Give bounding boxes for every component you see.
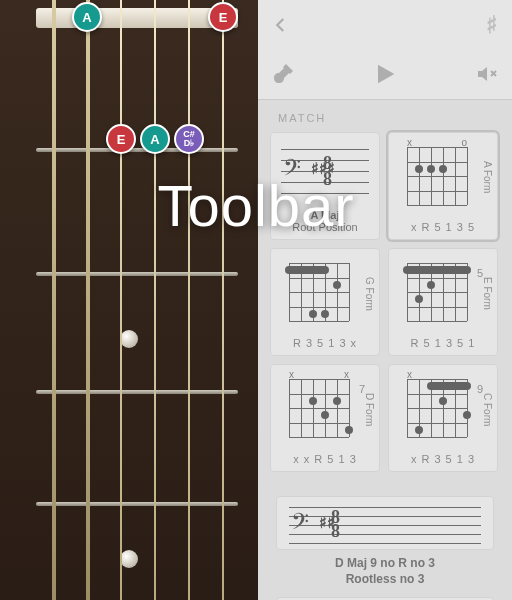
- staff-notation: 𝄢 ♯♯ 8 8: [289, 507, 481, 543]
- chord-card-g-form[interactable]: G FormR 3 5 1 3 x: [270, 248, 380, 356]
- svg-marker-1: [478, 67, 487, 81]
- form-chip: A Form: [482, 161, 493, 193]
- time-num: 8: [331, 521, 340, 542]
- bass-clef-icon: 𝄢: [283, 155, 301, 188]
- form-chip: E Form: [482, 277, 493, 310]
- interval-label: R 3 5 1 3 x: [271, 337, 379, 349]
- bass-clef-icon: 𝄢: [291, 509, 309, 542]
- results-panel: ♯ MATCH 𝄢 ♯♯♯ 8 8 A MajRo: [258, 0, 512, 600]
- string-4[interactable]: [120, 0, 122, 600]
- chord-grid: 𝄢 ♯♯♯ 8 8 A MajRoot Position x oA Formx …: [258, 132, 512, 472]
- fretboard[interactable]: A E E A C# D♭: [0, 0, 258, 600]
- interval-label: x R 3 5 1 3: [389, 453, 497, 465]
- toolbar: ♯: [258, 0, 512, 100]
- guitar-icon[interactable]: [272, 62, 296, 86]
- fretwire-2: [36, 272, 238, 276]
- section-label-match: MATCH: [258, 100, 512, 132]
- string-1[interactable]: [222, 0, 224, 600]
- fretwire-3: [36, 390, 238, 394]
- chord-card-c-form[interactable]: x9C Formx R 3 5 1 3: [388, 364, 498, 472]
- inlay-dot: [120, 550, 138, 568]
- chord-staff-card[interactable]: 𝄢 ♯♯♯ 8 8 A MajRoot Position: [270, 132, 380, 240]
- time-num: 8: [323, 169, 332, 190]
- fret-note-E[interactable]: E: [106, 124, 136, 154]
- string-6[interactable]: [52, 0, 56, 600]
- string-2[interactable]: [188, 0, 190, 600]
- fretwire-1: [36, 148, 238, 152]
- staff-notation: 𝄢 ♯♯♯ 8 8: [281, 149, 369, 193]
- fret-note-A[interactable]: A: [140, 124, 170, 154]
- string-5[interactable]: [86, 0, 90, 600]
- sharp-toggle-icon[interactable]: ♯: [486, 11, 498, 39]
- chord-card-a-form[interactable]: x oA Formx R 5 1 3 5: [388, 132, 498, 240]
- interval-label: x x R 5 1 3: [271, 453, 379, 465]
- open-note-E[interactable]: E: [208, 2, 238, 32]
- secondary-chord-name: D Maj 9 no R no 3Rootless no 3: [258, 556, 512, 587]
- chord-name: A MajRoot Position: [271, 209, 379, 233]
- svg-marker-0: [378, 65, 394, 84]
- form-chip: D Form: [364, 393, 375, 426]
- secondary-staff-card[interactable]: 𝄢 ♯♯ 8 8: [276, 496, 494, 550]
- open-note-A[interactable]: A: [72, 2, 102, 32]
- interval-label: R 5 1 3 5 1: [389, 337, 497, 349]
- play-icon[interactable]: [371, 60, 399, 88]
- chord-card-e-form[interactable]: 5E FormR 5 1 3 5 1: [388, 248, 498, 356]
- string-3[interactable]: [154, 0, 156, 600]
- mute-icon[interactable]: [474, 62, 498, 86]
- interval-label: x R 5 1 3 5: [389, 221, 497, 233]
- form-chip: G Form: [364, 277, 375, 311]
- back-icon[interactable]: [272, 16, 290, 34]
- form-chip: C Form: [482, 393, 493, 426]
- inlay-dot: [120, 330, 138, 348]
- fret-note-Csharp[interactable]: C# D♭: [174, 124, 204, 154]
- fretwire-4: [36, 502, 238, 506]
- chord-card-d-form[interactable]: xx7D Formx x R 5 1 3: [270, 364, 380, 472]
